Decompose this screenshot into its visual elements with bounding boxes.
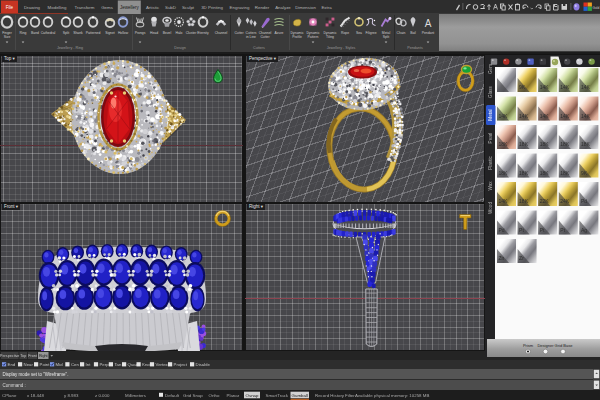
svg-text:18K: 18K: [519, 141, 529, 147]
svg-text:14K: 14K: [499, 198, 509, 204]
svg-text:Metal: Metal: [488, 109, 493, 120]
svg-text:SmartTrack: SmartTrack: [266, 393, 289, 398]
svg-text:Mid: Mid: [56, 362, 64, 367]
svg-text:14K: 14K: [499, 113, 509, 119]
svg-text:Analyze: Analyze: [275, 5, 291, 10]
svg-text:14K: 14K: [540, 113, 550, 119]
svg-text:Ag: Ag: [581, 227, 587, 233]
svg-text:Azure: Azure: [275, 31, 284, 35]
svg-text:Patterned: Patterned: [86, 31, 101, 35]
svg-text:Signet: Signet: [105, 31, 115, 35]
svg-text:Pd: Pd: [581, 198, 587, 204]
svg-text:Modelling: Modelling: [48, 5, 67, 10]
svg-text:14K: 14K: [560, 84, 570, 90]
svg-text:18K: 18K: [560, 141, 570, 147]
svg-text:9K: 9K: [581, 170, 588, 176]
svg-text:Command :: Command :: [3, 383, 26, 388]
svg-text:Chain: Chain: [397, 31, 406, 35]
svg-text:CPlane: CPlane: [2, 393, 17, 398]
svg-text:Size: Size: [4, 35, 11, 39]
svg-text:Right: Right: [39, 354, 48, 358]
svg-text:Pt: Pt: [540, 227, 545, 233]
svg-text:SubD: SubD: [165, 5, 176, 10]
svg-text:Filter: Filter: [345, 393, 355, 398]
svg-text:Default: Default: [165, 393, 180, 398]
svg-text:Channel: Channel: [215, 31, 228, 35]
svg-text:Zr: Zr: [519, 255, 524, 261]
svg-text:Rope: Rope: [341, 31, 349, 35]
svg-text:Disable: Disable: [196, 362, 211, 367]
svg-text:Cutters: Cutters: [253, 46, 265, 50]
svg-text:Designer: Designer: [537, 343, 554, 348]
svg-text:Sea: Sea: [356, 31, 362, 35]
svg-text:Gold: Gold: [593, 6, 600, 10]
svg-text:Prongs: Prongs: [135, 31, 146, 35]
svg-text:Jewellery: Jewellery: [120, 5, 140, 10]
svg-text:Grid Base: Grid Base: [555, 343, 574, 348]
svg-text:Millimeters: Millimeters: [125, 393, 147, 398]
svg-text:Dimension: Dimension: [295, 5, 316, 10]
svg-text:9K: 9K: [519, 84, 526, 90]
svg-text:Transform: Transform: [75, 5, 95, 10]
svg-text:Extra: Extra: [321, 5, 332, 10]
svg-text:Vertex: Vertex: [156, 362, 169, 367]
svg-text:Pd: Pd: [499, 227, 505, 233]
svg-text:Tiling: Tiling: [326, 35, 334, 39]
svg-text:Perp: Perp: [100, 362, 110, 367]
svg-text:Engraving: Engraving: [230, 5, 250, 10]
svg-text:Bail: Bail: [410, 31, 416, 35]
svg-text:Pt: Pt: [560, 227, 565, 233]
svg-text:18K: 18K: [519, 198, 529, 204]
svg-text:14K: 14K: [519, 113, 529, 119]
svg-text:Wood: Wood: [488, 202, 493, 214]
svg-text:Cen: Cen: [71, 362, 79, 367]
svg-text:Split: Split: [63, 31, 70, 35]
svg-text:Ring: Ring: [20, 31, 27, 35]
svg-text:Zn: Zn: [499, 255, 505, 261]
svg-text:Artistic: Artistic: [146, 5, 160, 10]
svg-text:22K: 22K: [540, 198, 550, 204]
svg-text:Jewellery - Ring: Jewellery - Ring: [57, 46, 83, 50]
svg-text:18K: 18K: [519, 170, 529, 176]
svg-text:18K: 18K: [540, 141, 550, 147]
svg-text:End: End: [8, 362, 16, 367]
svg-text:Tan: Tan: [114, 362, 122, 367]
svg-text:Ortho: Ortho: [209, 393, 221, 398]
svg-text:x 18.448: x 18.448: [27, 393, 44, 398]
svg-text:3D Printing: 3D Printing: [201, 5, 223, 10]
svg-text:Front: Front: [28, 354, 37, 358]
svg-text:Grid Snap: Grid Snap: [183, 393, 203, 398]
svg-text:Cutter: Cutter: [234, 31, 244, 35]
svg-text:Cluster: Cluster: [186, 31, 198, 35]
svg-text:Prism: Prism: [523, 343, 534, 348]
svg-text:Pt: Pt: [519, 227, 524, 233]
svg-text:Split: Split: [383, 35, 390, 39]
svg-text:Jewellery - Styles: Jewellery - Styles: [327, 46, 356, 50]
svg-text:Render: Render: [255, 5, 270, 10]
svg-text:Int: Int: [86, 362, 92, 367]
svg-text:Bezel: Bezel: [163, 31, 172, 35]
svg-text:Osnap: Osnap: [246, 393, 259, 398]
svg-text:18K: 18K: [540, 170, 550, 176]
svg-text:Pattern: Pattern: [308, 35, 319, 39]
svg-text:Band: Band: [31, 31, 39, 35]
svg-text:Pearl: Pearl: [488, 133, 493, 144]
svg-text:Wax: Wax: [488, 181, 493, 191]
svg-text:Profile: Profile: [292, 35, 302, 39]
svg-text:Drawing: Drawing: [24, 5, 41, 10]
svg-text:14K: 14K: [581, 84, 591, 90]
svg-text:Filigree: Filigree: [365, 31, 376, 35]
svg-text:Near: Near: [24, 362, 34, 367]
svg-text:Cutter: Cutter: [260, 35, 270, 39]
svg-text:18K: 18K: [581, 141, 591, 147]
svg-text:Halo: Halo: [176, 31, 183, 35]
svg-text:Project: Project: [174, 362, 188, 367]
svg-text:Shank: Shank: [73, 31, 83, 35]
svg-text:24K: 24K: [560, 198, 570, 204]
svg-text:Eternity: Eternity: [197, 31, 209, 35]
svg-text:Hollow: Hollow: [118, 31, 129, 35]
svg-text:A: A: [425, 18, 432, 29]
svg-text:Design: Design: [174, 46, 185, 50]
svg-text:Pendants: Pendants: [407, 46, 423, 50]
svg-text:18K: 18K: [560, 170, 570, 176]
